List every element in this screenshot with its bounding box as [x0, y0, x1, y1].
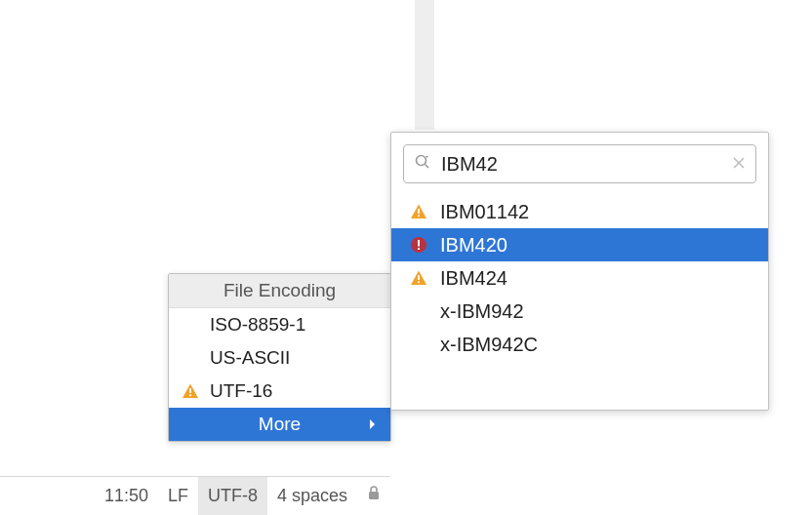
icon-placeholder: [409, 301, 428, 321]
status-line-ending[interactable]: LF: [158, 477, 198, 515]
svg-rect-8: [418, 215, 420, 217]
encoding-search-box: [403, 144, 756, 183]
scrollbar-track[interactable]: [415, 0, 434, 130]
file-encoding-item[interactable]: ISO-8859-1: [169, 308, 390, 341]
file-encoding-item-label: US-ASCII: [210, 347, 290, 369]
encoding-result-item[interactable]: IBM420: [391, 228, 768, 261]
clear-icon[interactable]: [732, 154, 746, 175]
status-encoding[interactable]: UTF-8: [198, 477, 267, 515]
search-icon: [414, 153, 431, 176]
status-indent[interactable]: 4 spaces: [267, 477, 357, 515]
file-encoding-item[interactable]: UTF-16: [169, 375, 390, 408]
encoding-result-item[interactable]: IBM01142: [391, 195, 768, 228]
icon-placeholder: [409, 335, 428, 354]
error-icon: [409, 235, 428, 255]
warning-icon: [181, 381, 200, 401]
encoding-result-item[interactable]: IBM424: [391, 261, 768, 295]
icon-placeholder: [181, 315, 200, 335]
svg-rect-0: [369, 492, 379, 499]
svg-rect-7: [418, 209, 420, 214]
svg-line-4: [426, 164, 429, 168]
status-bar: 11:50 LF UTF-8 4 spaces: [0, 476, 390, 515]
status-caret-position[interactable]: 11:50: [95, 477, 158, 515]
lock-icon[interactable]: [357, 486, 390, 506]
warning-icon: [409, 268, 428, 288]
svg-rect-2: [189, 394, 191, 396]
icon-placeholder: [181, 348, 200, 368]
warning-icon: [409, 202, 428, 221]
svg-rect-13: [418, 281, 420, 283]
gap: [0, 460, 390, 476]
svg-rect-1: [189, 388, 191, 393]
svg-rect-11: [418, 248, 420, 250]
encoding-result-label: IBM420: [440, 234, 508, 257]
encoding-result-label: x-IBM942C: [440, 334, 538, 356]
file-encoding-popup: File Encoding ISO-8859-1US-ASCIIUTF-16 M…: [168, 273, 391, 442]
more-label: More: [181, 414, 379, 435]
encoding-search-popup: IBM01142IBM420IBM424x-IBM942x-IBM942C: [390, 132, 769, 411]
encoding-search-input[interactable]: [441, 153, 722, 176]
svg-point-3: [417, 155, 426, 165]
encoding-result-item[interactable]: x-IBM942C: [391, 328, 768, 361]
encoding-result-label: IBM424: [440, 267, 508, 290]
file-encoding-title: File Encoding: [169, 274, 390, 308]
file-encoding-more[interactable]: More: [169, 408, 390, 441]
encoding-result-label: IBM01142: [440, 201, 529, 223]
svg-rect-10: [418, 240, 420, 247]
encoding-result-label: x-IBM942: [440, 300, 524, 323]
encoding-result-item[interactable]: x-IBM942: [391, 295, 768, 328]
file-encoding-item-label: ISO-8859-1: [210, 314, 305, 336]
file-encoding-item[interactable]: US-ASCII: [169, 341, 390, 375]
chevron-right-icon: [369, 414, 377, 435]
file-encoding-item-label: UTF-16: [210, 380, 272, 402]
svg-rect-12: [418, 275, 420, 280]
